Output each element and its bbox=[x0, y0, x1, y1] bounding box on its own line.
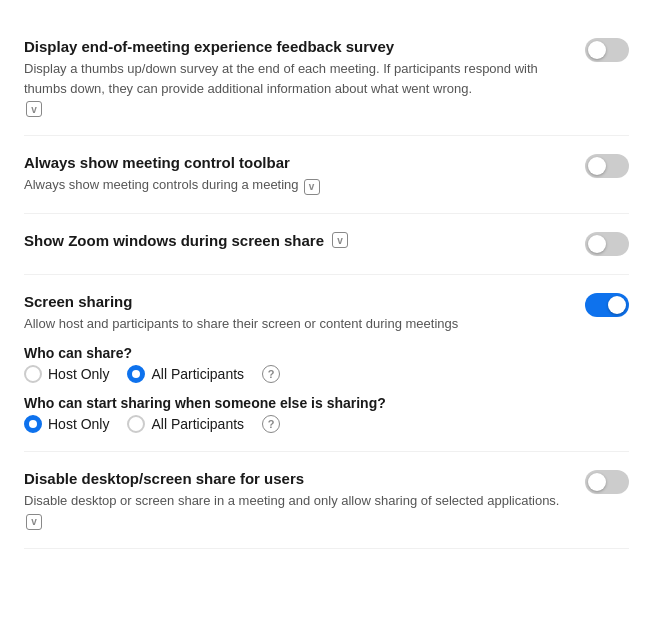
screen-sharing-title: Screen sharing bbox=[24, 293, 561, 310]
toggle-disable-desktop[interactable] bbox=[585, 470, 629, 494]
help-icon-who-can-share[interactable]: ? bbox=[262, 365, 280, 383]
screen-sharing-section: Screen sharing Allow host and participan… bbox=[24, 275, 629, 453]
radio-host-only-share[interactable]: Host Only bbox=[24, 365, 109, 383]
who-can-start-group: Who can start sharing when someone else … bbox=[24, 395, 629, 433]
toggle-control-toolbar[interactable] bbox=[585, 154, 629, 178]
radio-host-only-share-outer bbox=[24, 365, 42, 383]
setting-content: Display end-of-meeting experience feedba… bbox=[24, 38, 585, 117]
toggle-screen-sharing[interactable] bbox=[585, 293, 629, 317]
info-icon-disable[interactable]: v bbox=[26, 514, 42, 530]
radio-all-participants-share-inner bbox=[132, 370, 140, 378]
who-can-share-label: Who can share? bbox=[24, 345, 629, 361]
who-can-start-row: Host Only All Participants ? bbox=[24, 415, 629, 433]
setting-content: Show Zoom windows during screen share v bbox=[24, 232, 585, 253]
radio-host-only-start-label: Host Only bbox=[48, 416, 109, 432]
setting-desc: Display a thumbs up/down survey at the e… bbox=[24, 59, 561, 117]
radio-all-participants-share-label: All Participants bbox=[151, 366, 244, 382]
radio-host-only-start-inner bbox=[29, 420, 37, 428]
help-icon-who-can-start[interactable]: ? bbox=[262, 415, 280, 433]
setting-title-disable: Disable desktop/screen share for users bbox=[24, 470, 561, 487]
setting-zoom-windows: Show Zoom windows during screen share v bbox=[24, 214, 629, 275]
radio-host-only-start-outer bbox=[24, 415, 42, 433]
toggle-zoom-windows[interactable] bbox=[585, 232, 629, 256]
screen-sharing-header: Screen sharing Allow host and participan… bbox=[24, 293, 629, 334]
setting-control-toolbar: Always show meeting control toolbar Alwa… bbox=[24, 136, 629, 214]
setting-desc-disable: Disable desktop or screen share in a mee… bbox=[24, 491, 561, 530]
radio-all-participants-start-outer bbox=[127, 415, 145, 433]
radio-all-participants-share-outer bbox=[127, 365, 145, 383]
setting-disable-desktop: Disable desktop/screen share for users D… bbox=[24, 452, 629, 549]
radio-groups: Who can share? Host Only All Participant… bbox=[24, 345, 629, 433]
who-can-share-group: Who can share? Host Only All Participant… bbox=[24, 345, 629, 383]
setting-content: Always show meeting control toolbar Alwa… bbox=[24, 154, 585, 195]
radio-host-only-share-label: Host Only bbox=[48, 366, 109, 382]
setting-content-disable: Disable desktop/screen share for users D… bbox=[24, 470, 585, 530]
setting-title: Show Zoom windows during screen share v bbox=[24, 232, 561, 249]
info-icon-zoom-windows[interactable]: v bbox=[332, 232, 348, 248]
setting-desc: Always show meeting controls during a me… bbox=[24, 175, 561, 195]
radio-host-only-start[interactable]: Host Only bbox=[24, 415, 109, 433]
radio-host-only-share-inner bbox=[29, 370, 37, 378]
setting-feedback-survey: Display end-of-meeting experience feedba… bbox=[24, 20, 629, 136]
setting-title: Display end-of-meeting experience feedba… bbox=[24, 38, 561, 55]
radio-all-participants-start[interactable]: All Participants bbox=[127, 415, 244, 433]
toggle-feedback-survey[interactable] bbox=[585, 38, 629, 62]
who-can-share-row: Host Only All Participants ? bbox=[24, 365, 629, 383]
screen-sharing-content: Screen sharing Allow host and participan… bbox=[24, 293, 585, 334]
screen-sharing-desc: Allow host and participants to share the… bbox=[24, 314, 561, 334]
radio-all-participants-share[interactable]: All Participants bbox=[127, 365, 244, 383]
radio-all-participants-start-inner bbox=[132, 420, 140, 428]
radio-all-participants-start-label: All Participants bbox=[151, 416, 244, 432]
info-icon-feedback[interactable]: v bbox=[26, 101, 42, 117]
who-can-start-label: Who can start sharing when someone else … bbox=[24, 395, 629, 411]
info-icon-toolbar[interactable]: v bbox=[304, 179, 320, 195]
setting-title: Always show meeting control toolbar bbox=[24, 154, 561, 171]
